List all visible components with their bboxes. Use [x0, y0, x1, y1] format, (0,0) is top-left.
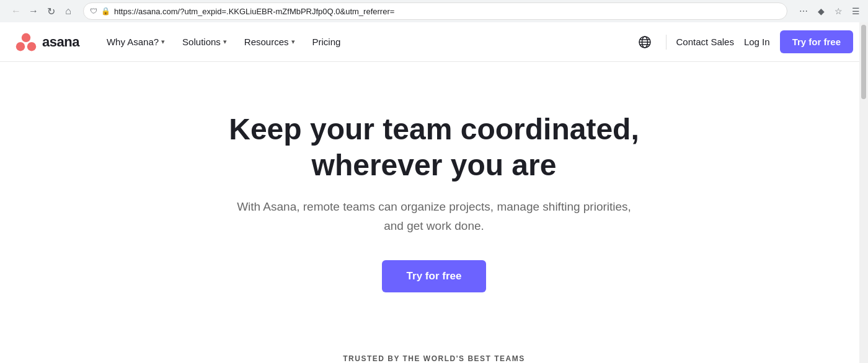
browser-titlebar: ← → ↻ ⌂ 🛡 🔒 https://asana.com/?utm_expid…	[0, 0, 868, 22]
browser-nav: ← → ↻ ⌂	[5, 4, 79, 19]
more-button[interactable]: ⋯	[796, 4, 811, 19]
reload-button[interactable]: ↻	[43, 4, 58, 19]
asana-logo-icon	[15, 31, 37, 53]
star-button[interactable]: ☆	[831, 4, 846, 19]
nav-item-why-asana-label: Why Asana?	[107, 37, 159, 47]
scrollbar-thumb[interactable]	[861, 25, 866, 99]
nav-item-pricing[interactable]: Pricing	[305, 32, 348, 52]
hero-section: Keep your team coordinated, wherever you…	[0, 62, 868, 330]
shield-browser-icon[interactable]: ◆	[813, 4, 828, 19]
home-button[interactable]: ⌂	[61, 4, 76, 19]
nav-item-pricing-label: Pricing	[312, 37, 341, 47]
hero-subtitle: With Asana, remote teams can organize pr…	[236, 198, 632, 235]
lock-icon: 🔒	[101, 7, 110, 15]
nav-item-solutions[interactable]: Solutions ▾	[175, 32, 234, 52]
chevron-down-icon: ▾	[223, 38, 227, 46]
nav-item-resources[interactable]: Resources ▾	[237, 32, 303, 52]
shield-icon: 🛡	[90, 7, 97, 15]
logo-text: asana	[42, 34, 79, 50]
url-text: https://asana.com/?utm_expid=.KKGLiuEBR-…	[114, 7, 781, 16]
chevron-down-icon: ▾	[161, 38, 165, 46]
nav-right: Contact Sales Log In Try for free	[634, 30, 853, 53]
nav-item-why-asana[interactable]: Why Asana? ▾	[99, 32, 172, 52]
nav-item-resources-label: Resources	[244, 37, 289, 47]
chevron-down-icon: ▾	[291, 38, 295, 46]
trusted-label: TRUSTED BY THE WORLD'S BEST TEAMS	[343, 354, 525, 363]
logo[interactable]: asana	[15, 31, 79, 53]
hero-title: Keep your team coordinated, wherever you…	[198, 112, 670, 183]
address-bar[interactable]: 🛡 🔒 https://asana.com/?utm_expid=.KKGLiu…	[83, 2, 787, 20]
scrollbar-track[interactable]	[859, 22, 868, 363]
try-free-nav-button[interactable]: Try for free	[780, 30, 853, 53]
globe-icon	[638, 35, 652, 49]
svg-point-0	[22, 33, 30, 42]
contact-sales-link[interactable]: Contact Sales	[676, 37, 734, 47]
back-button[interactable]: ←	[9, 4, 24, 19]
navbar: asana Why Asana? ▾ Solutions ▾ Resources…	[0, 22, 868, 62]
language-button[interactable]	[634, 31, 656, 53]
browser-menu-icons: ⋯ ◆ ☆ ☰	[796, 4, 863, 19]
trusted-section: TRUSTED BY THE WORLD'S BEST TEAMS VOXMED…	[0, 330, 868, 363]
nav-item-solutions-label: Solutions	[182, 37, 221, 47]
nav-divider	[666, 35, 666, 50]
nav-links: Why Asana? ▾ Solutions ▾ Resources ▾ Pri…	[99, 32, 634, 52]
menu-button[interactable]: ☰	[848, 4, 863, 19]
login-button[interactable]: Log In	[744, 37, 770, 47]
page-wrapper: ← → ↻ ⌂ 🛡 🔒 https://asana.com/?utm_expid…	[0, 0, 868, 363]
hero-cta-button[interactable]: Try for free	[382, 260, 487, 292]
browser-chrome: ← → ↻ ⌂ 🛡 🔒 https://asana.com/?utm_expid…	[0, 0, 868, 22]
forward-button[interactable]: →	[26, 4, 41, 19]
svg-point-1	[16, 42, 25, 51]
svg-point-2	[27, 42, 36, 51]
